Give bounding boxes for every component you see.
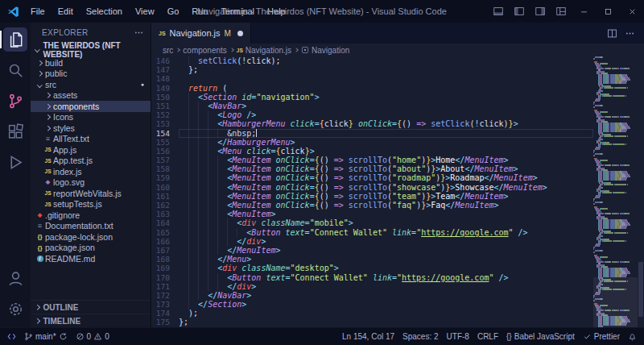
code-line-156[interactable]: 156 <Menu click={click}>	[151, 147, 593, 156]
more-actions-icon[interactable]	[621, 25, 638, 41]
explorer-more-actions-icon[interactable]	[134, 27, 144, 38]
code-line-151[interactable]: 151 <NavBar>	[151, 102, 593, 110]
tree-item-App.test.js[interactable]: JSApp.test.js	[31, 156, 151, 167]
accounts-icon[interactable]	[3, 266, 27, 290]
line-number[interactable]: 171	[151, 282, 179, 291]
maximize-button[interactable]	[596, 0, 620, 23]
code-line-152[interactable]: 152 <Logo />	[151, 110, 593, 119]
tree-item-logo.svg[interactable]: ◆logo.svg	[31, 177, 151, 189]
tab-navigation-js[interactable]: JS Navigation.js M	[151, 23, 251, 44]
code-line-169[interactable]: 169 <div className="desktop">	[151, 264, 593, 272]
code-line-175[interactable]: 175};	[151, 318, 593, 326]
menu-edit[interactable]: Edit	[52, 0, 80, 23]
explorer-icon[interactable]	[3, 27, 27, 52]
code-line-164[interactable]: 164 <div className="mobile">	[151, 218, 593, 227]
line-number[interactable]: 172	[151, 291, 179, 300]
line-number[interactable]: 170	[151, 273, 179, 282]
menu-selection[interactable]: Selection	[80, 0, 129, 23]
code-line-166[interactable]: 166 </div>	[151, 237, 593, 246]
tree-item-package-lock.json[interactable]: {}package-lock.json	[31, 231, 151, 243]
menu-go[interactable]: Go	[161, 0, 186, 23]
settings-icon[interactable]	[3, 297, 27, 321]
code-line-160[interactable]: 160 <MenuItem onClick={() => scrollTo("s…	[151, 183, 593, 192]
notifications[interactable]	[624, 328, 641, 345]
line-number[interactable]: 155	[151, 138, 179, 147]
code-line-159[interactable]: 159 <MenuItem onClick={() => scrollTo("r…	[151, 173, 593, 182]
line-number[interactable]: 160	[151, 183, 179, 192]
minimap[interactable]	[593, 56, 638, 327]
line-number[interactable]: 157	[151, 156, 179, 164]
code-line-174[interactable]: 174 );	[151, 309, 593, 318]
code-line-158[interactable]: 158 <MenuItem onClick={() => scrollTo("a…	[151, 164, 593, 173]
toggle-sidebar-icon[interactable]	[509, 0, 530, 23]
toggle-panel-icon[interactable]	[488, 0, 509, 23]
code-line-149[interactable]: 149 return (	[151, 84, 593, 93]
code-line-150[interactable]: 150 <Section id="navigation">	[151, 93, 593, 102]
tree-item-AllText.txt[interactable]: ≡AllText.txt	[31, 134, 151, 145]
line-number[interactable]: 158	[151, 164, 179, 173]
remote-indicator[interactable]	[3, 328, 20, 345]
line-number[interactable]: 165	[151, 228, 179, 237]
code-line-170[interactable]: 170 <Button text="Connect Wallet" link="…	[151, 273, 593, 282]
menu-view[interactable]: View	[129, 0, 161, 23]
editor-scrollbar[interactable]	[638, 56, 644, 327]
tree-item-public[interactable]: public	[31, 69, 151, 80]
search-icon[interactable]	[3, 58, 27, 82]
tree-item-App.js[interactable]: JSApp.js	[31, 144, 151, 156]
code-line-167[interactable]: 167 </MenuItem>	[151, 246, 593, 255]
line-number[interactable]: 146	[151, 56, 179, 65]
code-line-165[interactable]: 165 <Button text="Connect Wallet" link="…	[151, 228, 593, 237]
line-number[interactable]: 153	[151, 119, 179, 128]
tree-item-README.md[interactable]: iREADME.md	[31, 253, 151, 264]
line-number[interactable]: 169	[151, 264, 179, 272]
run-and-debug-icon[interactable]	[3, 150, 27, 174]
line-number[interactable]: 175	[151, 318, 179, 326]
line-number[interactable]: 161	[151, 192, 179, 201]
tree-item-reportWebVitals.js[interactable]: JSreportWebVitals.js	[31, 188, 151, 199]
code-line-147[interactable]: 147 };	[151, 65, 593, 74]
code-line-162[interactable]: 162 <MenuItem onClick={() => scrollTo("f…	[151, 201, 593, 210]
indentation[interactable]: Spaces: 2	[398, 328, 442, 345]
line-number[interactable]: 163	[151, 210, 179, 218]
line-number[interactable]: 152	[151, 110, 179, 119]
code-line-146[interactable]: 146 setClick(!click);	[151, 56, 593, 65]
line-number[interactable]: 166	[151, 237, 179, 246]
encoding[interactable]: UTF-8	[443, 328, 473, 345]
line-number[interactable]: 174	[151, 309, 179, 318]
minimize-button[interactable]	[572, 0, 596, 23]
tree-item-src[interactable]: src●	[31, 79, 151, 90]
tree-item-setupTests.js[interactable]: JSsetupTests.js	[31, 199, 151, 210]
code-line-154[interactable]: 154 &nbsp;	[151, 129, 593, 138]
cursor-position[interactable]: Ln 154, Col 17	[338, 328, 398, 345]
code-line-171[interactable]: 171 </div>	[151, 282, 593, 291]
code-line-153[interactable]: 153 <HamburgerMenu click={click} onClick…	[151, 119, 593, 128]
breadcrumb-item-navigation.js[interactable]: JSNavigation.js	[237, 46, 291, 55]
dirty-indicator[interactable]	[237, 31, 243, 36]
line-number[interactable]: 167	[151, 246, 179, 255]
breadcrumb-item-components[interactable]: components	[183, 46, 226, 55]
line-number[interactable]: 159	[151, 173, 179, 182]
code-line-173[interactable]: 173 </Section>	[151, 300, 593, 309]
tree-item-package.json[interactable]: {}package.json	[31, 243, 151, 254]
line-number[interactable]: 150	[151, 93, 179, 102]
tree-item-styles[interactable]: styles	[31, 123, 151, 134]
split-editor-icon[interactable]	[604, 25, 620, 41]
code-line-161[interactable]: 161 <MenuItem onClick={() => scrollTo("t…	[151, 192, 593, 201]
tree-item-build[interactable]: build	[31, 57, 151, 69]
code-line-168[interactable]: 168 </Menu>	[151, 255, 593, 264]
tree-item-Documentation.txt[interactable]: ≡Documentation.txt	[31, 221, 151, 232]
toggle-secondary-sidebar-icon[interactable]	[530, 0, 551, 23]
line-number[interactable]: 149	[151, 84, 179, 93]
timeline-section[interactable]: TIMELINE	[31, 314, 151, 327]
extensions-icon[interactable]	[3, 119, 27, 143]
line-number[interactable]: 173	[151, 300, 179, 309]
eol-selector[interactable]: CRLF	[473, 328, 502, 345]
tree-item-assets[interactable]: assets	[31, 90, 151, 102]
close-button[interactable]	[620, 0, 644, 23]
code-line-148[interactable]: 148	[151, 74, 593, 83]
customize-layout-icon[interactable]	[551, 0, 572, 23]
tree-item-.gitignore[interactable]: ◆.gitignore	[31, 210, 151, 221]
formatter[interactable]: Prettier	[579, 328, 624, 345]
tree-item-components[interactable]: components	[31, 101, 151, 112]
code-line-157[interactable]: 157 <MenuItem onClick={() => scrollTo("h…	[151, 156, 593, 164]
